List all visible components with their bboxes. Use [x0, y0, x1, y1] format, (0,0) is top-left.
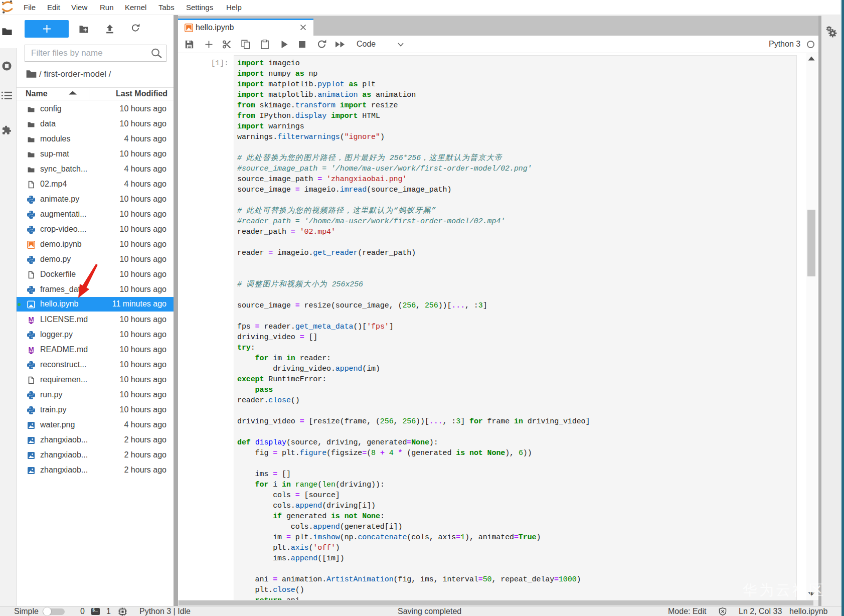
svg-text:M: M	[28, 316, 34, 323]
svg-text:M: M	[28, 346, 34, 353]
